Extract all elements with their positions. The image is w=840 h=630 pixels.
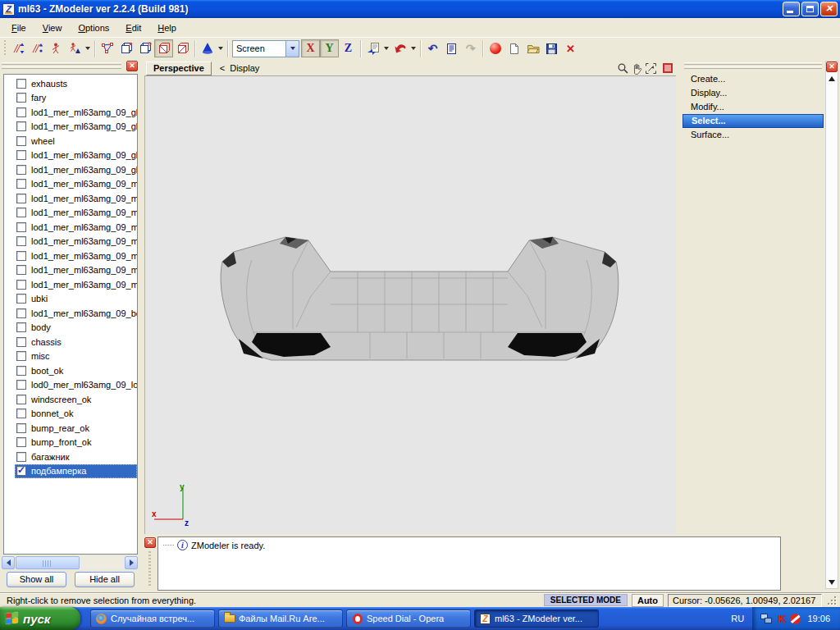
log-view-button[interactable] bbox=[442, 39, 461, 57]
bumper-model-mesh[interactable] bbox=[206, 224, 632, 365]
cube-mode-3-button[interactable] bbox=[154, 39, 173, 57]
visibility-checkbox[interactable] bbox=[16, 93, 26, 103]
visibility-checkbox[interactable] bbox=[16, 265, 26, 275]
open-file-button[interactable] bbox=[523, 39, 542, 57]
new-file-button[interactable] bbox=[504, 39, 523, 57]
cube-mode-2-button[interactable] bbox=[135, 39, 154, 57]
visibility-checkbox[interactable] bbox=[16, 150, 26, 160]
object-list-item-подбамперка[interactable]: подбамперка bbox=[15, 464, 137, 479]
task-button-ml63-zmodeler-ver[interactable]: ml63 - ZModeler ver... bbox=[474, 609, 599, 628]
object-list-item-windscreen_ok[interactable]: windscreen_ok bbox=[15, 392, 137, 407]
object-list-item-boot_ok[interactable]: boot_ok bbox=[15, 363, 137, 378]
object-list-item-misc[interactable]: misc bbox=[15, 349, 137, 364]
panel-scroll-down-button[interactable] bbox=[827, 577, 837, 587]
auto-indicator[interactable]: Auto bbox=[632, 594, 664, 607]
task-button-speed-dial-opera[interactable]: Speed Dial - Opera bbox=[346, 609, 471, 628]
sidebar-close-button[interactable]: ✕ bbox=[126, 61, 138, 71]
visibility-checkbox[interactable] bbox=[16, 351, 26, 361]
log-grip[interactable] bbox=[148, 551, 151, 587]
figure-tool-button[interactable] bbox=[46, 39, 65, 57]
scroll-right-button[interactable] bbox=[125, 556, 138, 569]
resize-grip[interactable] bbox=[826, 595, 837, 605]
redo-button[interactable]: ↷ bbox=[461, 39, 480, 57]
panel-menu-item-display[interactable]: Display... bbox=[682, 86, 824, 100]
visibility-checkbox[interactable] bbox=[16, 423, 26, 433]
visibility-checkbox[interactable] bbox=[16, 294, 26, 304]
object-list-item-lod1_mer_ml63amg_09_gla[interactable]: lod1_mer_ml63amg_09_gla bbox=[15, 148, 137, 163]
visibility-checkbox[interactable] bbox=[16, 366, 26, 376]
visibility-checkbox[interactable] bbox=[16, 322, 26, 332]
log-close-button[interactable]: ✕ bbox=[144, 537, 156, 548]
selected-mode-indicator[interactable]: SELECTED MODE bbox=[544, 594, 628, 606]
panel-menu-item-modify[interactable]: Modify... bbox=[682, 100, 824, 114]
object-list-item-bump_rear_ok[interactable]: bump_rear_ok bbox=[15, 421, 137, 436]
sidebar-horizontal-scrollbar[interactable] bbox=[2, 556, 138, 569]
visibility-checkbox[interactable] bbox=[16, 222, 26, 232]
zoom-tool-button[interactable] bbox=[616, 62, 630, 75]
object-list-item-bump_front_ok[interactable]: bump_front_ok bbox=[15, 436, 137, 450]
language-indicator[interactable]: RU bbox=[723, 614, 752, 623]
visibility-checkbox[interactable] bbox=[16, 136, 26, 146]
hscrollbar-thumb[interactable] bbox=[16, 556, 80, 569]
object-list-item-body[interactable]: body bbox=[15, 321, 137, 336]
cone-tool-button[interactable] bbox=[198, 39, 217, 57]
panel-scroll-up-button[interactable] bbox=[827, 73, 837, 84]
object-list-item-lod0_mer_ml63amg_09_lod[interactable]: lod0_mer_ml63amg_09_lod bbox=[15, 378, 137, 393]
cube-mode-1-button[interactable] bbox=[116, 39, 135, 57]
menu-item-options[interactable]: Options bbox=[70, 20, 117, 36]
start-button[interactable]: пуск bbox=[0, 607, 80, 630]
object-list-item-lod1_mer_ml63amg_09_mir[interactable]: lod1_mer_ml63amg_09_mir bbox=[15, 191, 137, 206]
close-button[interactable]: ✕ bbox=[820, 2, 838, 16]
visibility-checkbox[interactable] bbox=[16, 121, 26, 131]
breadcrumb-display[interactable]: Display bbox=[230, 63, 259, 73]
visibility-checkbox[interactable] bbox=[16, 409, 26, 418]
blocked-sign-icon[interactable] bbox=[790, 614, 801, 624]
object-list-item-lod1_mer_ml63amg_09_mir[interactable]: lod1_mer_ml63amg_09_mir bbox=[15, 277, 137, 292]
select-tool-2-button[interactable] bbox=[27, 39, 46, 57]
visibility-checkbox[interactable] bbox=[16, 280, 26, 290]
visibility-checkbox[interactable] bbox=[16, 337, 26, 347]
panel-menu-item-surface[interactable]: Surface... bbox=[682, 128, 824, 142]
object-list-item-lod1_mer_ml63amg_09_gla[interactable]: lod1_mer_ml63amg_09_gla bbox=[15, 120, 137, 135]
panel-menu-item-create[interactable]: Create... bbox=[682, 72, 824, 86]
toolbar-grip[interactable] bbox=[3, 40, 7, 57]
menu-item-view[interactable]: View bbox=[34, 20, 71, 36]
visibility-checkbox[interactable] bbox=[16, 466, 26, 476]
save-file-button[interactable] bbox=[542, 39, 561, 57]
visibility-checkbox[interactable] bbox=[16, 437, 26, 447]
visibility-checkbox[interactable] bbox=[16, 194, 26, 203]
object-list-item-ubki[interactable]: ubki bbox=[15, 292, 137, 307]
axes-space-select[interactable]: Screen bbox=[232, 40, 299, 57]
object-list-item-lod1_mer_ml63amg_09_mir[interactable]: lod1_mer_ml63amg_09_mir bbox=[15, 235, 137, 249]
pan-tool-button[interactable] bbox=[630, 62, 644, 75]
kaspersky-icon[interactable]: K bbox=[778, 613, 785, 625]
restore-button[interactable] bbox=[801, 2, 819, 16]
vertices-mode-button[interactable] bbox=[98, 39, 116, 57]
figure-mode-button[interactable] bbox=[65, 39, 84, 57]
hide-all-button[interactable]: Hide all bbox=[75, 572, 135, 587]
perspective-viewport[interactable]: y x z bbox=[144, 76, 676, 534]
revert-tool-dropdown-icon[interactable] bbox=[411, 47, 416, 50]
menu-item-file[interactable]: File bbox=[3, 20, 34, 36]
object-list-item-chassis[interactable]: chassis bbox=[15, 335, 137, 349]
object-list-item-bonnet_ok[interactable]: bonnet_ok bbox=[15, 407, 137, 422]
object-list-item-lod1_mer_ml63amg_09_gla[interactable]: lod1_mer_ml63amg_09_gla bbox=[15, 162, 137, 177]
visibility-checkbox[interactable] bbox=[16, 452, 26, 462]
maximize-viewport-button[interactable] bbox=[663, 63, 673, 73]
menu-item-edit[interactable]: Edit bbox=[117, 20, 149, 36]
object-list-item-lod1_mer_ml63amg_09_gla[interactable]: lod1_mer_ml63amg_09_gla bbox=[15, 105, 137, 120]
panel-grip[interactable] bbox=[684, 62, 822, 65]
visibility-checkbox[interactable] bbox=[16, 179, 26, 189]
panel-scrollbar[interactable]: ✕ bbox=[825, 61, 838, 589]
menu-item-help[interactable]: Help bbox=[149, 20, 185, 36]
sidebar-grip[interactable] bbox=[2, 66, 121, 69]
object-list-item-lod1_mer_ml63amg_09_mir[interactable]: lod1_mer_ml63amg_09_mir bbox=[15, 220, 137, 235]
paste-tool-button[interactable] bbox=[363, 39, 382, 57]
visibility-checkbox[interactable] bbox=[16, 208, 26, 217]
cone-tool-dropdown-icon[interactable] bbox=[218, 47, 223, 50]
delete-button[interactable]: ✕ bbox=[561, 39, 580, 57]
object-list-item-fary[interactable]: fary bbox=[15, 91, 137, 106]
visibility-checkbox[interactable] bbox=[16, 395, 26, 404]
object-list-item-lod1_mer_ml63amg_09_mir[interactable]: lod1_mer_ml63amg_09_mir bbox=[15, 249, 137, 263]
combo-dropdown-button[interactable] bbox=[285, 41, 299, 57]
